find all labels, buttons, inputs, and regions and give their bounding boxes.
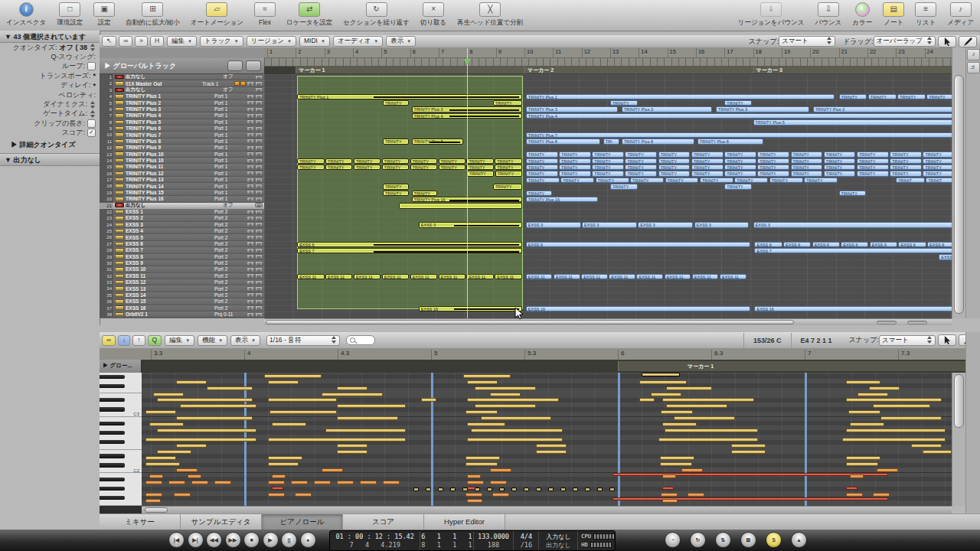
midi-region-blue[interactable]: EXSS 16 [526,306,750,311]
mute-button[interactable]: M [255,203,263,207]
midi-note[interactable] [660,456,694,460]
black-key[interactable] [100,407,125,411]
midi-region-selected[interactable]: TRINITY [495,158,521,164]
marker-マーカー 3[interactable]: マーカー 3 [753,67,952,73]
track-row-30[interactable]: 30EXSS 9Port 2RM [100,260,264,266]
midi-region-blue[interactable]: TRINITY Plus 5 [753,119,952,125]
midi-region-blue[interactable]: TRINITY [857,158,889,164]
midi-note[interactable] [268,481,285,484]
midi-note-tick[interactable] [462,487,468,491]
midi-note[interactable] [666,386,712,390]
record-enable-button[interactable]: R [247,241,254,246]
midi-note[interactable] [490,468,511,472]
record-enable-button[interactable]: R [247,107,254,112]
midi-region-selected[interactable]: EXSS 11 [297,274,324,279]
midi-note[interactable] [272,487,283,490]
midi-note[interactable] [295,493,312,497]
track-row-6[interactable]: 6TRINITY Plus 3Port 1RM [100,106,264,112]
menu-表示[interactable]: 表示▼ [230,335,260,346]
track-row-8[interactable]: 8TRINITY Plus 5Port 1RM [100,119,264,126]
transport-rewind-button[interactable]: ◀◀ [206,532,222,548]
duplicate-track-button[interactable] [246,60,261,71]
midi-note[interactable] [272,422,306,426]
midi-region-blue[interactable]: TRINIT [926,178,952,183]
mute-button[interactable]: M [255,119,263,124]
track-row-13[interactable]: 13TRINITY Plus 10Port 1RM [100,152,264,158]
stepper-icon[interactable] [90,110,96,118]
midi-note[interactable] [536,444,567,448]
midi-region-blue[interactable]: TRINITY [658,152,691,157]
midi-region-blue[interactable]: TRINITY [791,152,823,157]
checkbox[interactable] [87,62,96,70]
black-key[interactable] [100,496,125,500]
mute-button[interactable]: M [255,184,263,188]
midi-region-blue[interactable]: TRINITY [724,184,752,189]
toolbar-item-flex[interactable]: ≈Flex [254,2,276,26]
midi-region-blue[interactable]: EXSS 6 [898,242,926,247]
menu-リージョン[interactable]: リージョン▼ [247,36,296,47]
black-key[interactable] [100,440,125,444]
midi-region-blue[interactable]: TRINITY [926,94,952,99]
midi-region-blue[interactable]: EXSS 3 [526,222,581,227]
arrange-canvas[interactable]: TRINITY Plus 1TRINITY Plus 1TRINITYTRINI… [264,74,952,318]
transport-cycle-button[interactable]: ↻ [690,532,706,548]
midi-note-tick[interactable] [524,487,529,491]
menu-表示[interactable]: 表示▼ [386,36,416,47]
midi-region-selected[interactable]: TRINITY [439,165,466,170]
toolbar-item-crop[interactable]: ×切り取る [420,2,446,28]
midi-note[interactable] [467,422,505,426]
midi-region-blue[interactable]: EXSS 6 [841,242,868,247]
midi-note[interactable] [149,474,163,478]
mute-button[interactable]: M [255,75,263,80]
inspector-row[interactable]: クオンタイズ:オフ ( 38 [0,43,100,52]
midi-note-tick[interactable] [426,487,431,491]
midi-region-selected[interactable]: EXSS 11 [439,274,466,279]
drag-select[interactable]: オーバーラップ [874,36,936,47]
midi-note[interactable] [168,481,185,484]
track-row-3[interactable]: 3出力なしオフM [100,87,264,93]
midi-region-blue[interactable]: TRINITY [923,171,952,176]
record-enable-button[interactable]: R [247,165,254,169]
mute-button[interactable]: M [255,165,263,169]
mute-button[interactable]: M [255,241,263,246]
note-division-icon[interactable]: ♬ [967,62,980,73]
midi-region-blue[interactable]: TRINITY [890,152,922,157]
transport-go-to-begin-button[interactable]: |◀ [168,532,185,548]
midi-note[interactable] [322,393,383,396]
record-enable-button[interactable]: R [247,158,254,163]
midi-note[interactable] [536,450,567,454]
scrollbar-thumb[interactable] [954,75,964,314]
marker-lane[interactable]: マーカー 1マーカー 2マーカー 3 [264,67,952,74]
midi-note[interactable] [475,404,536,408]
track-row-25[interactable]: 25EXSS 4Port 2RM [100,228,264,234]
midi-region-selected[interactable]: EXSS 11 [325,274,352,279]
midi-note[interactable] [873,404,930,408]
hide-tracks-button[interactable]: H [150,36,164,47]
menu-機能[interactable]: 機能▼ [198,335,227,346]
mute-button[interactable]: M [255,305,263,310]
record-enable-button[interactable]: R [247,210,254,214]
midi-note[interactable] [662,422,697,426]
midi-region-blue[interactable]: TRINITY [839,94,867,99]
inspector-row[interactable]: ベロシティ: [0,90,100,99]
mute-button[interactable]: M [255,158,263,163]
midi-note[interactable] [660,462,692,466]
midi-region-blue[interactable]: TRINITY [757,152,789,157]
midi-note-tick[interactable] [536,487,541,491]
midi-region-blue[interactable]: EXSS 6 [754,242,782,247]
mute-button[interactable]: M [255,248,263,253]
midi-note[interactable] [180,404,256,408]
midi-note[interactable] [337,416,398,420]
midi-region-selected[interactable]: TRINITY [412,191,438,196]
midi-region-blue[interactable]: TRINITY [592,171,624,176]
midi-region-blue[interactable]: TRINITY [791,171,823,176]
midi-note[interactable] [731,444,766,448]
midi-region-selected[interactable]: TRINITY [383,184,409,189]
midi-region-blue[interactable]: TRINITY [559,158,591,164]
midi-note[interactable] [681,468,703,472]
midi-region-blue[interactable]: TRINITY Plus 3 [813,106,952,112]
midi-region-blue[interactable]: TRINITY [526,158,558,164]
track-row-31[interactable]: 31EXSS 10Port 2RM [100,266,264,272]
midi-note[interactable] [176,416,253,420]
midi-note[interactable] [490,393,521,396]
